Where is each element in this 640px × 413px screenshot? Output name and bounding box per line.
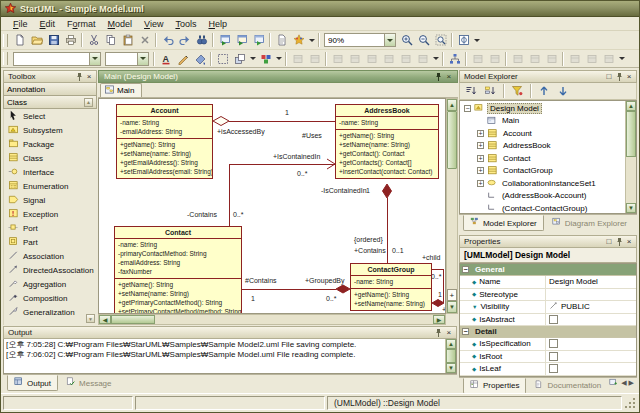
close-icon[interactable]: × — [84, 72, 94, 82]
close-icon[interactable]: × — [444, 72, 454, 82]
show-folder-button[interactable] — [346, 51, 363, 67]
property-value[interactable] — [546, 289, 636, 301]
pin-icon[interactable] — [434, 328, 444, 338]
tree-expander[interactable]: − — [464, 105, 471, 112]
checkbox[interactable] — [549, 315, 558, 324]
combo-dropdown-icon[interactable] — [89, 53, 100, 65]
tab-diagram-explorer[interactable]: Diagram Explorer — [545, 215, 634, 231]
add-element-button[interactable] — [250, 32, 267, 48]
tool-exception[interactable]: Exception — [4, 207, 97, 221]
pen-style-button[interactable] — [174, 51, 191, 67]
scroll-down-arrow[interactable]: ▼ — [626, 203, 636, 213]
tree-item-contact[interactable]: +Contact — [460, 152, 625, 165]
copy-button[interactable] — [102, 32, 119, 48]
uml-edge-contact-contactgroup[interactable]: #Contains1+GroupedBy0..* — [242, 277, 350, 302]
font-color-button[interactable]: A — [157, 51, 174, 67]
move-down-button[interactable] — [555, 83, 572, 99]
tool-enumeration[interactable]: Enumeration — [4, 179, 97, 193]
open-button[interactable] — [28, 32, 45, 48]
dropdown-arrow-icon[interactable] — [617, 51, 626, 67]
scroll-up-arrow[interactable]: ▲ — [447, 99, 457, 111]
uml-class-addressbook[interactable]: AddressBook-name: String+getName(): Stri… — [335, 104, 439, 179]
same-size-button[interactable] — [600, 51, 617, 67]
sort-by-name-button[interactable] — [463, 83, 480, 99]
tool-select[interactable]: Select — [4, 109, 97, 123]
tab-documentation[interactable]: Documentation — [527, 378, 608, 394]
close-icon[interactable]: × — [624, 237, 634, 247]
clone-b-button[interactable] — [486, 51, 503, 67]
pin-icon[interactable] — [614, 72, 624, 82]
add-diagram-button[interactable] — [216, 32, 233, 48]
send-back-button[interactable] — [306, 51, 323, 67]
scroll-thumb[interactable] — [446, 349, 456, 363]
combo-dropdown-icon[interactable] — [137, 53, 148, 65]
property-value[interactable] — [546, 363, 636, 375]
braces-button[interactable] — [380, 51, 397, 67]
output-scrollbar[interactable]: ▲ ▼ — [445, 339, 456, 373]
toolbox-section-class[interactable]: Class ▲ — [3, 96, 97, 109]
checkbox[interactable] — [549, 339, 558, 348]
diagram-caption[interactable]: Main (Design Model) × — [98, 70, 458, 83]
tool-aggregation[interactable]: Aggregation — [4, 277, 97, 291]
scroll-up-arrow[interactable]: ▲ — [446, 339, 456, 349]
zoom-out-button[interactable] — [415, 32, 432, 48]
uml-class-account[interactable]: Account-name: String-emailAddress: Strin… — [116, 104, 213, 179]
same-height-button[interactable] — [583, 51, 600, 67]
tool-port[interactable]: Port — [4, 221, 97, 235]
scroll-up-arrow[interactable]: ▲ — [626, 101, 636, 111]
align-left-button[interactable] — [509, 51, 526, 67]
checkbox[interactable] — [549, 364, 558, 373]
bring-front-button[interactable] — [289, 51, 306, 67]
tab-main-diagram[interactable]: Main — [100, 83, 142, 97]
tab-properties[interactable]: Properties — [463, 378, 526, 394]
clone-a-button[interactable] — [469, 51, 486, 67]
report-button[interactable] — [273, 32, 290, 48]
menu-tools[interactable]: Tools — [169, 19, 202, 29]
property-value[interactable] — [546, 314, 636, 326]
stack-menu-button[interactable] — [231, 51, 248, 67]
tab-scroll-right-icon[interactable]: ▶ — [629, 379, 634, 387]
add-model-button[interactable] — [233, 32, 250, 48]
property-row-isabstract[interactable]: ◆IsAbstract — [460, 314, 636, 327]
tool-subsystem[interactable]: Subsystem — [4, 123, 97, 137]
property-value[interactable]: PUBLIC — [546, 301, 636, 313]
tree-expander[interactable]: + — [477, 180, 484, 187]
title-bar[interactable]: StarUML - Sample Model.uml — [1, 1, 639, 17]
tree-item--addressbook-account-[interactable]: (AddressBook-Account) — [460, 190, 625, 203]
font-size-combo[interactable] — [105, 52, 149, 66]
checkbox[interactable] — [549, 352, 558, 361]
uml-edge-addressbook-account[interactable]: 1+isAccessedBy#Uses — [213, 109, 335, 139]
scroll-thumb[interactable] — [626, 111, 636, 157]
tree-item-contactgroup[interactable]: +ContactGroup — [460, 165, 625, 178]
float-icon[interactable]: □ — [604, 72, 614, 82]
dropdown-arrow-icon[interactable] — [248, 51, 257, 67]
dropdown-arrow-icon[interactable] — [307, 32, 316, 48]
layout-diagram-button[interactable] — [446, 51, 463, 67]
pin-icon[interactable] — [434, 72, 444, 82]
uml-edge-addressbook-contactgroup[interactable]: -IsContainedIn1{ordered}+Contains0..1 — [321, 184, 404, 263]
scroll-left-arrow[interactable]: ◀ — [99, 315, 111, 324]
tool-directedassociation[interactable]: DirectedAssociation — [4, 263, 97, 277]
group-collapse-icon[interactable]: − — [462, 266, 469, 273]
align-top-button[interactable] — [543, 51, 560, 67]
new-button[interactable] — [11, 32, 28, 48]
tab-scroll-left-icon[interactable]: ◀ — [621, 379, 626, 387]
scroll-thumb[interactable] — [111, 315, 155, 324]
property-group-detail[interactable]: −Detail — [460, 326, 636, 338]
color-menu-button[interactable] — [257, 51, 274, 67]
paste-button[interactable] — [119, 32, 136, 48]
property-group-general[interactable]: −General — [460, 264, 636, 276]
tree-item-main[interactable]: Main — [460, 115, 625, 128]
float-icon[interactable]: □ — [604, 237, 614, 247]
group-collapse-icon[interactable]: − — [462, 328, 469, 335]
tool-package[interactable]: Package — [4, 137, 97, 151]
move-up-button[interactable] — [536, 83, 553, 99]
pin-icon[interactable] — [614, 237, 624, 247]
toolbox-scroll-up[interactable]: ▲ — [84, 98, 93, 107]
tree-item-addressbook[interactable]: +AddressBook — [460, 140, 625, 153]
sort-by-type-button[interactable] — [482, 83, 499, 99]
fill-style-button[interactable] — [191, 51, 208, 67]
same-width-button[interactable] — [566, 51, 583, 67]
zoom-100-button[interactable] — [455, 32, 472, 48]
filter-button[interactable] — [509, 83, 526, 99]
